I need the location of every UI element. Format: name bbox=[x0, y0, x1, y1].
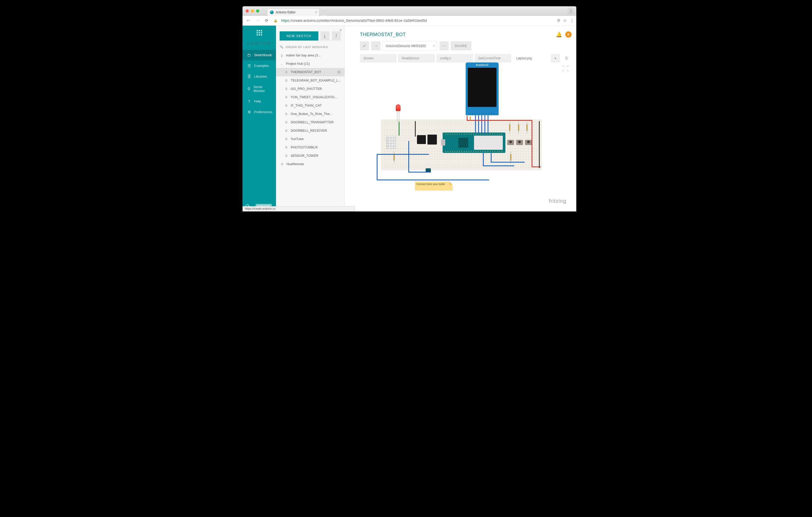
notifications-icon[interactable]: 🔔 bbox=[556, 32, 562, 38]
file-tab-label: Screen bbox=[364, 57, 374, 60]
nav-forward-icon[interactable]: → bbox=[255, 18, 261, 23]
editor-toolbar: ✓ → Arduino/Genuino MKR1000 ⋯ SHARE bbox=[345, 40, 576, 54]
file-icon: 🗎 bbox=[285, 121, 288, 124]
arrow-right-icon: → bbox=[374, 43, 378, 49]
sidebar-item-label: Preferences bbox=[254, 110, 272, 114]
file-tab[interactable]: Screen bbox=[360, 54, 397, 62]
tree-sketch-label: SENSOR_TOWER bbox=[291, 154, 318, 158]
verify-button[interactable]: ✓ bbox=[360, 41, 369, 51]
more-actions-button[interactable]: ⋯ bbox=[439, 41, 448, 51]
zoom-window-button[interactable] bbox=[256, 9, 259, 12]
tree-folder[interactable]: ❯maker fair bay area (3... bbox=[276, 51, 345, 60]
sort-order[interactable]: 🔍 ORDER BY LAST MODIFIED bbox=[276, 44, 345, 51]
url-field[interactable]: https://create.arduino.cc/editor/Arduino… bbox=[281, 19, 554, 23]
window-controls bbox=[242, 9, 262, 12]
annotation-note-text: Connect here your boiler bbox=[416, 183, 445, 186]
file-tab[interactable]: config.h bbox=[436, 54, 473, 62]
reload-icon[interactable]: ⟳ bbox=[265, 18, 268, 23]
sidebar-item-label: Libraries bbox=[254, 74, 267, 79]
site-info-icon[interactable]: ⚲ bbox=[557, 18, 560, 23]
import-sketch-button[interactable]: ⭳ bbox=[320, 31, 329, 40]
apps-grid-button[interactable] bbox=[242, 26, 276, 40]
upload-button[interactable]: → bbox=[371, 41, 380, 51]
close-window-button[interactable] bbox=[245, 9, 249, 12]
tree-folder[interactable]: ⌄Project Hub (11) bbox=[276, 60, 345, 68]
bookmark-star-icon[interactable]: ☆ bbox=[563, 18, 567, 23]
board-select[interactable]: Arduino/Genuino MKR1000 bbox=[382, 41, 437, 51]
file-tab-active[interactable]: Layout.png bbox=[513, 54, 549, 62]
sketch-tree: ❯maker fair bay area (3... ⌄Project Hub … bbox=[276, 51, 345, 211]
layout-image-viewer: ↖↗↙↘ ★adafruit! bbox=[360, 62, 572, 207]
file-tab-label: ReadSensor bbox=[402, 57, 419, 60]
resistor bbox=[518, 124, 519, 131]
browser-tab[interactable]: Arduino Editor × bbox=[267, 8, 319, 16]
file-icon: 🗎 bbox=[285, 137, 288, 141]
file-tab[interactable]: ReadSensor bbox=[398, 54, 435, 62]
list-icon: ☰ bbox=[565, 57, 568, 60]
tree-sketch-label: One_Button_To_Rule_The... bbox=[291, 112, 332, 116]
panel-close-icon[interactable]: × bbox=[340, 28, 342, 32]
project-title: THERMOSTAT_BOT bbox=[360, 32, 406, 37]
tree-sketch[interactable]: 🗎HueRemote bbox=[276, 160, 345, 168]
tree-folder-label: maker fair bay area (3... bbox=[286, 54, 321, 57]
sliders-icon: ⚙ bbox=[247, 110, 252, 114]
file-icon: 🗎 bbox=[285, 95, 288, 99]
sketch-options-icon[interactable]: ⋯ bbox=[337, 70, 341, 74]
file-icon: 🗎 bbox=[285, 70, 288, 74]
editor-label: EDITOR bbox=[251, 41, 271, 46]
sidebar-item-serial-monitor[interactable]: ⚲Serial Monitor bbox=[242, 82, 276, 96]
tree-sketch[interactable]: 🗎PHOTO2TUMBLR bbox=[276, 143, 345, 152]
new-sketch-button[interactable]: NEW SKETCH bbox=[280, 31, 318, 40]
sidebar: ❯ EDITOR 🗀Sketchbook ☰Examples 🗄Librarie… bbox=[242, 26, 276, 211]
sidebar-item-help[interactable]: ?Help bbox=[242, 96, 276, 107]
tree-folder-label: Project Hub (11) bbox=[286, 62, 310, 66]
browser-window: Arduino Editor × ☰ ← → ⟳ 🔒 https://creat… bbox=[242, 6, 576, 211]
search-icon: 🔍 bbox=[280, 45, 284, 49]
tree-sketch[interactable]: 🗎DOORBELL_TRANSMITTER bbox=[276, 118, 345, 126]
file-tab[interactable]: GetCurrentTime bbox=[474, 54, 511, 62]
share-button[interactable]: SHARE bbox=[451, 41, 471, 51]
user-avatar[interactable]: ⚙ bbox=[565, 31, 572, 38]
tree-sketch-label: DOORBELL_RECEIVER bbox=[291, 129, 327, 132]
mkr1000-board bbox=[443, 132, 505, 153]
tree-sketch-label: YUN_TWEET_VISUALIZATIO... bbox=[291, 95, 337, 99]
tree-sketch-selected[interactable]: 🗎THERMOSTAT_BOT⋯ bbox=[276, 68, 345, 76]
file-icon: 🗎 bbox=[281, 162, 284, 166]
resistor bbox=[509, 124, 511, 131]
file-icon: 🗎 bbox=[285, 154, 288, 158]
tree-sketch[interactable]: 🗎YunTube bbox=[276, 135, 345, 143]
tree-sketch[interactable]: 🗎IF_THIS_THAN_CAT bbox=[276, 101, 345, 110]
tree-sketch[interactable]: 🗎DOORBELL_RECEIVER bbox=[276, 126, 345, 135]
file-tab-label: config.h bbox=[440, 57, 451, 60]
sidebar-item-preferences[interactable]: ⚙Preferences bbox=[242, 107, 276, 117]
export-sketch-button[interactable]: ⤴ bbox=[332, 31, 341, 40]
fullscreen-toggle[interactable]: ↖↗↙↘ bbox=[562, 65, 570, 72]
status-bar: https://create.arduino.cc bbox=[242, 206, 355, 211]
chrome-menu-icon[interactable]: ⋮ bbox=[570, 18, 574, 23]
sidebar-item-libraries[interactable]: 🗄Libraries bbox=[242, 71, 276, 82]
minimize-window-button[interactable] bbox=[251, 9, 254, 12]
sidebar-item-sketchbook[interactable]: 🗀Sketchbook bbox=[242, 50, 276, 60]
ic-chip bbox=[428, 134, 437, 145]
tree-sketch[interactable]: 🗎One_Button_To_Rule_The... bbox=[276, 110, 345, 118]
wire bbox=[377, 180, 489, 180]
tree-sketch[interactable]: 🗎SENSOR_TOWER bbox=[276, 152, 345, 160]
push-button bbox=[507, 140, 514, 145]
tree-sketch-label: GO_PRO_SHUTTER bbox=[291, 87, 322, 91]
tree-sketch[interactable]: 🗎YUN_TWEET_VISUALIZATIO... bbox=[276, 93, 345, 101]
tabs-overflow-button[interactable]: ▾ bbox=[551, 54, 560, 62]
chrome-profile-button[interactable]: ☰ bbox=[568, 8, 574, 14]
sidebar-item-examples[interactable]: ☰Examples bbox=[242, 60, 276, 71]
check-icon: ✓ bbox=[362, 43, 366, 49]
nav-back-icon[interactable]: ← bbox=[245, 18, 252, 23]
tree-sketch[interactable]: 🗎GO_PRO_SHUTTER bbox=[276, 85, 345, 93]
file-icon: 🗎 bbox=[285, 146, 288, 149]
wire bbox=[485, 115, 485, 133]
file-tabs: Screen ReadSensor config.h GetCurrentTim… bbox=[345, 54, 576, 62]
tabs-menu-button[interactable]: ☰ bbox=[561, 54, 572, 62]
tree-sketch[interactable]: 🗎TELEGRAM_BOT_EXAMPLE_L... bbox=[276, 76, 345, 85]
transistor-ic bbox=[417, 135, 426, 144]
file-icon: 🗎 bbox=[285, 79, 288, 82]
close-tab-icon[interactable]: × bbox=[315, 10, 317, 14]
new-tab-button[interactable] bbox=[321, 10, 327, 16]
